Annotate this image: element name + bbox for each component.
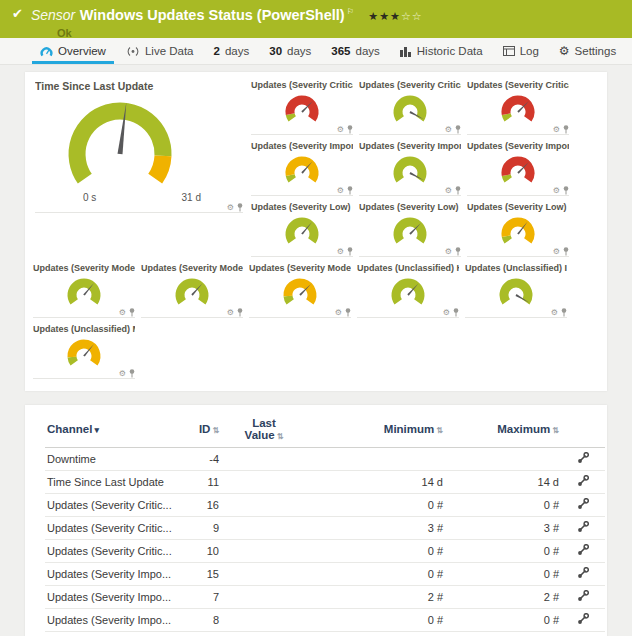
pin-icon[interactable] [563, 186, 569, 195]
cell-last-value [233, 586, 295, 609]
cell-minimum: 0 # [295, 494, 445, 517]
star-icon[interactable]: ★ [379, 10, 390, 22]
gauge-title: Updates (Severity Moderate) I... [141, 263, 243, 275]
gauge-chart [270, 214, 334, 247]
gauge-tile: Updates (Severity Important) ...⚙ [465, 139, 573, 196]
wrench-icon[interactable] [577, 498, 589, 510]
gear-icon[interactable]: ⚙ [227, 204, 234, 212]
gauge-tile: Updates (Severity Low) Install...⚙ [357, 200, 465, 257]
table-row: Updates (Severity Impo...72 #2 # [45, 586, 605, 609]
gear-icon[interactable]: ⚙ [337, 187, 344, 195]
pin-icon[interactable] [563, 247, 569, 256]
pin-icon[interactable] [347, 247, 353, 256]
cell-channel: Updates (Severity Impo... [45, 586, 185, 609]
cell-id: 11 [185, 471, 233, 494]
gauge-chart [378, 214, 442, 247]
tab-live-data[interactable]: Live Data [116, 38, 204, 64]
tab-365-days[interactable]: 365days [321, 38, 389, 64]
gear-icon[interactable]: ⚙ [445, 248, 452, 256]
pin-icon[interactable] [237, 308, 243, 317]
gauge-title: Updates (Severity Critical) Mi... [467, 80, 569, 92]
channel-table: Channel▾ID⇅LastValue⇅Minimum⇅Maximum⇅ Do… [45, 413, 605, 636]
star-icon[interactable]: ☆ [401, 10, 412, 22]
pin-icon[interactable] [347, 186, 353, 195]
flag-icon: ⚐ [347, 7, 354, 16]
sort-icon: ⇅ [212, 426, 219, 435]
pin-icon[interactable] [347, 125, 353, 134]
priority-stars[interactable]: ★★★☆☆ [368, 10, 422, 22]
column-header-actions [561, 413, 605, 448]
gauge-chart [35, 94, 205, 194]
pin-icon[interactable] [455, 247, 461, 256]
gauge-chart [484, 275, 548, 308]
gear-icon[interactable]: ⚙ [551, 309, 558, 317]
cell-maximum: 0 # [445, 563, 561, 586]
gauge-title: Updates (Severity Critical) Ins... [359, 80, 461, 92]
pin-icon[interactable] [237, 203, 243, 212]
gear-icon[interactable]: ⚙ [553, 248, 560, 256]
gear-icon[interactable]: ⚙ [443, 309, 450, 317]
tab-historic-data[interactable]: Historic Data [390, 38, 493, 64]
pin-icon[interactable] [453, 308, 459, 317]
gauge-tile: Updates (Severity Critical) Ins...⚙ [357, 78, 465, 135]
pin-icon[interactable] [129, 308, 135, 317]
gauges-card: Time Since Last Update 0 s 31 d ⚙ Update… [25, 72, 607, 391]
table-row: Updates (Severity Impo...80 #0 # [45, 609, 605, 632]
table-row: Updates (Severity Critic...93 #3 # [45, 517, 605, 540]
gauge-chart [486, 92, 550, 125]
wrench-icon[interactable] [577, 475, 589, 487]
gear-icon[interactable]: ⚙ [553, 126, 560, 134]
pin-icon[interactable] [455, 125, 461, 134]
wrench-icon[interactable] [577, 452, 589, 464]
cell-channel: Updates (Severity Low) ... [45, 632, 185, 636]
wrench-icon[interactable] [577, 567, 589, 579]
cell-last-value [233, 471, 295, 494]
cell-minimum [295, 448, 445, 471]
tab-settings[interactable]: ⚙Settings [549, 38, 626, 64]
cell-last-value [233, 632, 295, 636]
cell-maximum: 3 # [445, 517, 561, 540]
gear-icon[interactable]: ⚙ [337, 126, 344, 134]
pin-icon[interactable] [345, 308, 351, 317]
tab-overview[interactable]: Overview [30, 38, 116, 64]
tab-30-days[interactable]: 30days [259, 38, 321, 64]
star-icon[interactable]: ☆ [412, 10, 423, 22]
gear-icon[interactable]: ⚙ [227, 309, 234, 317]
column-header-maximum[interactable]: Maximum⇅ [445, 413, 561, 448]
log-icon [503, 46, 515, 56]
star-icon[interactable]: ★ [368, 10, 379, 22]
gauge-title: Updates (Severity Important) ... [251, 141, 353, 153]
gauge-title: Updates (Severity Critical) Hi... [251, 80, 353, 92]
gear-icon[interactable]: ⚙ [119, 309, 126, 317]
wrench-icon[interactable] [577, 613, 589, 625]
wrench-icon[interactable] [577, 521, 589, 533]
cell-id: 16 [185, 494, 233, 517]
cell-minimum: 0 # [295, 563, 445, 586]
pin-icon[interactable] [129, 369, 135, 378]
cell-channel: Updates (Severity Impo... [45, 563, 185, 586]
gear-icon[interactable]: ⚙ [445, 126, 452, 134]
column-header-channel[interactable]: Channel▾ [45, 413, 185, 448]
pin-icon[interactable] [563, 125, 569, 134]
column-header-id[interactable]: ID⇅ [185, 413, 233, 448]
column-header-minimum[interactable]: Minimum⇅ [295, 413, 445, 448]
gear-icon[interactable]: ⚙ [337, 248, 344, 256]
wrench-icon[interactable] [577, 590, 589, 602]
wrench-icon[interactable] [577, 544, 589, 556]
star-icon[interactable]: ★ [390, 10, 401, 22]
pin-icon[interactable] [455, 186, 461, 195]
column-header-last-value[interactable]: LastValue⇅ [233, 413, 295, 448]
cell-id: 7 [185, 586, 233, 609]
cell-last-value [233, 517, 295, 540]
tab-2-days[interactable]: 2days [204, 38, 260, 64]
table-row: Updates (Severity Critic...160 #0 # [45, 494, 605, 517]
gauge-title: Updates (Unclassified) Install... [465, 263, 567, 275]
tab-log[interactable]: Log [493, 38, 549, 64]
gear-icon[interactable]: ⚙ [445, 187, 452, 195]
gear-icon[interactable]: ⚙ [119, 370, 126, 378]
chart-icon [400, 46, 412, 57]
gauge-grid-right: Updates (Severity Critical) Hi...⚙Update… [249, 78, 573, 261]
gear-icon[interactable]: ⚙ [335, 309, 342, 317]
pin-icon[interactable] [561, 308, 567, 317]
gear-icon[interactable]: ⚙ [553, 187, 560, 195]
